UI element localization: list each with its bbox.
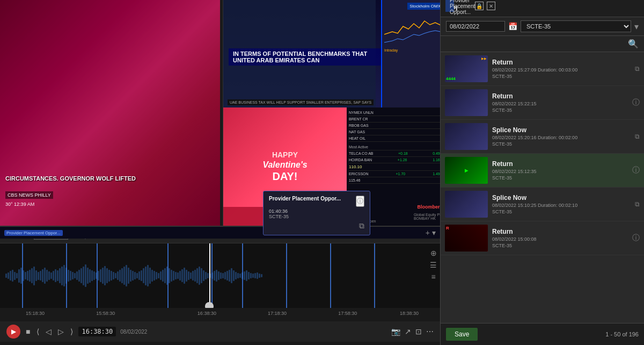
save-button[interactable]: Save xyxy=(446,328,478,341)
stockholm-badge: Stockholm OMX xyxy=(407,3,443,10)
news-video-area: IN TERMS OF POTENTIAL BENCHMARKS THAT UN… xyxy=(223,0,445,107)
snapshot-button[interactable]: 📷 xyxy=(391,327,400,336)
info-icon[interactable]: ⓘ xyxy=(632,166,640,175)
add-event-button[interactable]: + xyxy=(426,228,430,237)
stock-chart-svg xyxy=(384,13,443,45)
popup-copy-button[interactable]: ⧉ xyxy=(359,221,364,231)
event-info: Splice Now 08/02/2022 15:20:16 Duration:… xyxy=(492,123,631,150)
right-panel: DPI 📅 SCTE-35 All Splice Now Return ▾ 🔍 … xyxy=(440,0,644,345)
event-scte-tag: SCTE-35 xyxy=(492,209,631,214)
event-item[interactable]: Splice Now 08/02/2022 15:10:25 Duration:… xyxy=(441,188,644,221)
event-popup-card: Provider Placement Oppor... ⓘ 01:40:36 S… xyxy=(263,191,370,235)
expand-button[interactable]: ▾ xyxy=(432,228,436,237)
day-label: DAY! xyxy=(262,170,307,183)
info-icon[interactable]: ⓘ xyxy=(632,233,640,243)
list-icon[interactable]: ☰ xyxy=(430,261,437,269)
event-thumbnail: ▶ xyxy=(445,157,488,184)
event-action[interactable]: ⧉ xyxy=(635,123,640,150)
event-info: Return 08/02/2022 15:27:09 Duration: 00:… xyxy=(492,55,631,82)
scte-marker xyxy=(242,243,243,308)
pagination-info: 1 - 50 of 196 xyxy=(605,331,639,337)
scte-marker xyxy=(97,243,98,308)
event-datetime: 08/02/2022 15:10:25 Duration: 00:02:10 xyxy=(492,203,631,208)
event-type-label: Splice Now xyxy=(492,126,631,134)
magnet-icon[interactable]: ⊕ xyxy=(430,249,437,257)
ruler-mark-4: 17:18:30 xyxy=(268,311,287,316)
event-action[interactable]: ⓘ xyxy=(632,157,640,184)
play-button[interactable]: ▶ xyxy=(6,325,20,339)
event-datetime: 08/02/2022 15:27:09 Duration: 00:03:00 xyxy=(492,67,631,73)
ruler-mark-2: 15:58:30 xyxy=(96,311,115,316)
timecode-display: 16:38:30 xyxy=(78,327,116,336)
global-equity: Global Equity PMBOMBAY HK xyxy=(414,213,443,220)
event-item[interactable]: Splice Now 08/02/2022 15:20:16 Duration:… xyxy=(441,120,644,154)
event-item[interactable]: Return 08/02/2022 15:22:15 SCTE-35 ⓘ xyxy=(441,86,644,120)
scte-event-label: Provider Placement Oppor... xyxy=(4,230,63,236)
right-panel-footer: Save 1 - 50 of 196 xyxy=(441,323,644,345)
playhead-circle[interactable] xyxy=(205,302,214,308)
playhead-line xyxy=(209,243,210,308)
event-item[interactable]: R Return 08/02/2022 15:00:08 SCTE-35 ⓘ xyxy=(441,221,644,255)
fast-forward-button[interactable]: ⟩ xyxy=(69,326,74,337)
popup-tag: SCTE-35 xyxy=(269,214,364,219)
date-filter-row: 📅 SCTE-35 All Splice Now Return ▾ xyxy=(441,17,644,36)
timeline-ruler: 15:18:30 15:58:30 16:38:30 17:18:30 17:5… xyxy=(0,308,440,321)
settings-button[interactable]: ⋯ xyxy=(426,327,434,336)
step-back-button[interactable]: ◁ xyxy=(45,326,53,337)
lock-button[interactable]: 🔒 xyxy=(475,2,484,10)
scte-marker xyxy=(22,243,23,308)
step-forward-button[interactable]: ▷ xyxy=(57,326,65,337)
ruler-mark-5: 17:58:30 xyxy=(338,311,357,316)
info-icon[interactable]: ⓘ xyxy=(632,98,640,107)
rewind-button[interactable]: ⟨ xyxy=(35,326,40,337)
event-info: Return 08/02/2022 15:12:35 SCTE-35 xyxy=(492,157,628,184)
playback-controls: ▶ ■ ⟨ ◁ ▷ ⟩ 16:38:30 08/02/2022 📷 ↗ ⊡ ⋯ xyxy=(0,321,440,342)
scte-event-row: Provider Placement Oppor... + ▾ xyxy=(0,227,440,239)
event-type-label: Return xyxy=(492,59,631,66)
event-datetime: 08/02/2022 15:20:16 Duration: 00:02:00 xyxy=(492,135,631,140)
event-scte-tag: SCTE-35 xyxy=(492,74,631,79)
scte-marker xyxy=(374,243,375,308)
event-datetime: 08/02/2022 15:22:15 xyxy=(492,101,628,106)
date-display: 08/02/2022 xyxy=(120,329,147,335)
scte-marker xyxy=(167,243,169,308)
event-scte-tag: SCTE-35 xyxy=(492,141,631,147)
copy-icon[interactable]: ⧉ xyxy=(635,65,640,73)
fullscreen-button[interactable]: ⊡ xyxy=(415,327,422,336)
popup-info-button[interactable]: ⓘ xyxy=(356,196,364,207)
copy-icon[interactable]: ⧉ xyxy=(635,133,640,140)
left-video-panel: CIRCUMSTANCES. GOVERNOR WOLF LIFTED CBS … xyxy=(0,0,220,226)
event-type-label: Return xyxy=(492,92,628,100)
ruler-mark-6: 18:38:30 xyxy=(400,311,419,316)
copy-icon[interactable]: ⧉ xyxy=(635,200,640,208)
calendar-icon[interactable]: 📅 xyxy=(508,22,517,31)
video-caption-text: CIRCUMSTANCES. GOVERNOR WOLF LIFTED xyxy=(5,175,136,183)
event-thumbnail: ▶▶ 4444 xyxy=(445,55,488,82)
event-action[interactable]: ⧉ xyxy=(635,191,640,218)
event-action[interactable]: ⓘ xyxy=(632,89,640,116)
menu-icon[interactable]: ≡ xyxy=(430,272,437,281)
chart-intraday: Intraday xyxy=(384,48,443,52)
event-type-filter[interactable]: SCTE-35 All Splice Now Return xyxy=(521,20,631,32)
event-action[interactable]: ⓘ xyxy=(632,225,640,251)
stock-chart-area: Stockholm OMX Intraday xyxy=(381,0,445,107)
event-info: Return 08/02/2022 15:22:15 SCTE-35 xyxy=(492,89,628,116)
close-button[interactable]: ✕ xyxy=(487,2,495,10)
event-item-active[interactable]: ▶ Return 08/02/2022 15:12:35 SCTE-35 ⓘ xyxy=(441,154,644,188)
date-filter-input[interactable] xyxy=(446,21,505,32)
scte-marker xyxy=(330,243,331,308)
news-ticker: UAE BUSINESS TAX WILL HELP SUPPORT SMALL… xyxy=(228,99,374,105)
window-titlebar: Provider Placement Opport... 🔒 ✕ xyxy=(445,0,454,12)
event-scte-tag: SCTE-35 xyxy=(492,243,628,248)
stop-button[interactable]: ■ xyxy=(25,326,31,337)
event-scte-tag: SCTE-35 xyxy=(492,107,628,113)
event-type-label: Splice Now xyxy=(492,194,631,202)
event-thumbnail xyxy=(445,191,488,218)
scte-marker xyxy=(211,243,213,308)
search-button[interactable]: 🔍 xyxy=(628,39,639,49)
scte-marker xyxy=(286,243,287,308)
share-button[interactable]: ↗ xyxy=(405,327,411,336)
timeline-waveform-track[interactable]: ⊕ ☰ ≡ xyxy=(0,243,440,308)
event-action[interactable]: ⧉ xyxy=(635,55,640,82)
event-item[interactable]: ▶▶ 4444 Return 08/02/2022 15:27:09 Durat… xyxy=(441,52,644,86)
